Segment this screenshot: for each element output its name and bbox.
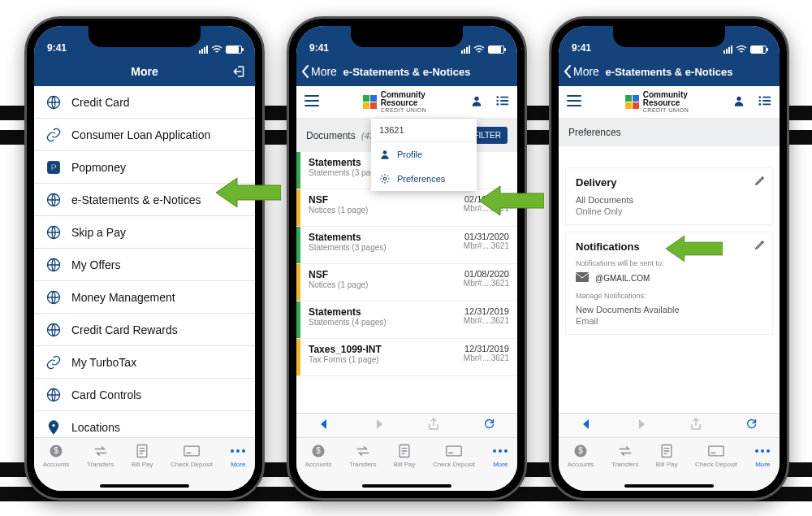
globe-icon (45, 289, 62, 306)
svg-point-39 (755, 449, 758, 453)
svg-point-16 (242, 449, 245, 453)
notification-event: New Documents Available (576, 305, 762, 314)
tab-label: Check Deposit (433, 461, 475, 468)
logout-icon[interactable] (232, 57, 247, 86)
billpay-icon (659, 443, 675, 459)
notch (351, 26, 463, 47)
svg-marker-43 (479, 186, 544, 215)
globe-icon (45, 94, 62, 111)
tab-label: More (231, 461, 245, 468)
svg-point-29 (504, 449, 508, 453)
refresh-icon[interactable] (483, 418, 495, 433)
status-time: 9:41 (47, 42, 67, 54)
home-indicator (624, 484, 714, 488)
edit-icon[interactable] (754, 239, 766, 252)
tab-accounts[interactable]: $Accounts (568, 443, 594, 491)
back-label: More (311, 65, 337, 78)
menu-item-credit-card[interactable]: Credit Card (34, 86, 255, 119)
document-row[interactable]: StatementsStatements (4 pages)12/31/2019… (296, 301, 517, 339)
billpay-icon (134, 443, 150, 459)
edit-icon[interactable] (754, 175, 766, 188)
transfers-icon (355, 443, 371, 459)
gear-icon (379, 173, 391, 184)
menu-item-credit-card-rewards[interactable]: Credit Card Rewards (34, 314, 255, 346)
refresh-icon[interactable] (745, 418, 758, 433)
tab-more[interactable]: More (754, 443, 771, 491)
battery-icon (488, 46, 504, 54)
user-icon[interactable] (470, 94, 483, 111)
document-row[interactable]: NSFNotices (1 page)01/08/2020Mbr#....362… (296, 264, 517, 301)
menu-item-my-turbotax[interactable]: My TurboTax (34, 346, 255, 379)
menu-item-label: Card Controls (71, 388, 141, 401)
menu-item-my-offers[interactable]: My Offers (34, 249, 255, 281)
nav-bar: More e-Statements & e-Notices (296, 57, 517, 86)
delivery-card: Delivery All Documents Online Only (565, 167, 773, 225)
delivery-doc-label: All Documents (576, 195, 762, 205)
svg-point-19 (496, 99, 499, 102)
document-row[interactable]: StatementsStatements (3 pages)01/31/2020… (296, 227, 517, 264)
browser-back-icon[interactable] (581, 418, 592, 433)
menu-item-consumer-loan-application[interactable]: Consumer Loan Application (34, 119, 255, 151)
menu-item-label: Popmoney (71, 161, 126, 174)
brand-logo: Community Resource CREDIT UNION (625, 91, 689, 113)
menu-item-card-controls[interactable]: Card Controls (34, 379, 255, 411)
menu-item-locations[interactable]: Locations (34, 411, 255, 437)
list-icon[interactable] (758, 95, 771, 110)
menu-item-label: e-Statements & e-Notices (71, 193, 201, 206)
tab-label: Bill Pay (656, 461, 678, 468)
list-icon[interactable] (496, 95, 509, 110)
menu-item-skip-a-pay[interactable]: Skip a Pay (34, 216, 255, 249)
menu-item-money-management[interactable]: Money Management (34, 281, 255, 314)
tab-label: Accounts (43, 461, 70, 468)
globe-icon (45, 387, 62, 403)
tab-label: Bill Pay (132, 461, 153, 468)
status-time: 9:41 (572, 42, 591, 54)
browser-back-icon[interactable] (318, 418, 330, 433)
mail-icon (576, 272, 589, 284)
hamburger-icon[interactable] (567, 95, 581, 110)
menu-item-label: Money Management (71, 291, 175, 304)
svg-point-17 (474, 96, 478, 100)
tab-label: More (755, 461, 770, 468)
menu-item-label: My Offers (71, 258, 120, 271)
back-button[interactable]: More (564, 57, 599, 86)
notification-channel: Email (576, 316, 762, 326)
preferences-label: Preferences (568, 127, 621, 138)
svg-point-21 (383, 150, 387, 154)
menu-item-label: Credit Card (71, 96, 130, 109)
svg-rect-13 (184, 446, 199, 456)
phone-more: 9:41 More Credit CardConsumer Loan Appli… (24, 16, 265, 501)
tab-more[interactable]: More (492, 443, 508, 491)
browser-nav (296, 413, 517, 437)
svg-point-15 (236, 449, 240, 453)
delivery-heading: Delivery (576, 176, 762, 189)
manage-label: Manage Notifications: (576, 292, 762, 300)
tab-label: Check Deposit (171, 461, 213, 468)
home-indicator (100, 484, 189, 488)
dropdown-preferences[interactable]: Preferences (371, 167, 477, 191)
dropdown-profile[interactable]: Profile (371, 142, 477, 167)
svg-text:$: $ (54, 446, 58, 455)
accounts-icon: $ (310, 443, 326, 459)
hamburger-icon[interactable] (304, 95, 319, 110)
status-time: 9:41 (309, 42, 329, 54)
share-icon[interactable] (428, 418, 439, 434)
globe-icon (45, 192, 62, 208)
svg-point-14 (231, 449, 234, 453)
tab-more[interactable]: More (230, 443, 246, 491)
document-row[interactable]: Taxes_1099-INTTax Forms (1 page)12/31/20… (296, 339, 517, 376)
back-button[interactable]: More (301, 57, 337, 86)
notch (89, 26, 201, 47)
link-icon (45, 354, 62, 371)
browser-forward-icon[interactable] (374, 418, 385, 433)
svg-marker-44 (666, 236, 723, 262)
svg-point-32 (758, 99, 761, 102)
tab-bar: $AccountsTransfersBill PayCheck DepositM… (559, 437, 780, 491)
check-icon (184, 443, 200, 459)
browser-forward-icon[interactable] (636, 418, 647, 433)
tab-accounts[interactable]: $Accounts (43, 443, 70, 491)
user-icon[interactable] (732, 94, 745, 111)
tab-accounts[interactable]: $Accounts (305, 443, 332, 491)
share-icon[interactable] (690, 418, 702, 434)
svg-point-9 (52, 423, 55, 427)
